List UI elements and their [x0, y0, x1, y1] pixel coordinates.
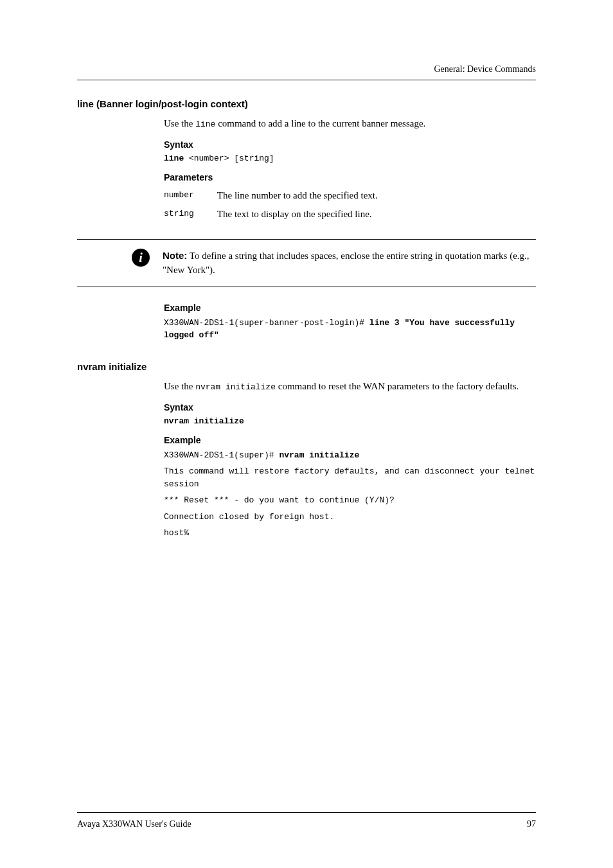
- header-divider: [77, 80, 536, 80]
- nvram-intro-post: command to reset the WAN parameters to t…: [276, 381, 519, 391]
- page-header-breadcrumb: General: Device Commands: [77, 64, 536, 75]
- note-text: Note: To define a string that includes s…: [163, 249, 536, 278]
- footer-divider: [77, 812, 536, 813]
- page-footer: Avaya X330WAN User's Guide 97: [77, 812, 536, 829]
- table-row: number The line number to add the specif…: [164, 186, 393, 205]
- line-example-label: Example: [164, 303, 536, 313]
- nvram-syntax-code: nvram initialize: [164, 416, 536, 426]
- param-desc: The line number to add the specified tex…: [217, 186, 393, 205]
- footer-left: Avaya X330WAN User's Guide: [77, 819, 191, 829]
- line-syntax-label: Syntax: [164, 139, 536, 150]
- page-number: 97: [527, 819, 536, 829]
- nvram-example-output-2: *** Reset *** - do you want to continue …: [164, 494, 536, 507]
- line-intro-post: command to add a line to the current ban…: [215, 118, 425, 128]
- note-body: To define a string that includes spaces,…: [163, 251, 529, 275]
- param-desc: The text to display on the specified lin…: [217, 205, 393, 224]
- nvram-example-output-3: Connection closed by foreign host.: [164, 511, 536, 524]
- param-name: number: [164, 186, 217, 205]
- info-icon: i: [132, 249, 150, 267]
- line-example-prompt: X330WAN-2DS1-1(super-banner-post-login)#: [164, 318, 369, 328]
- line-intro: Use the line command to add a line to th…: [164, 117, 536, 130]
- line-syntax-bold: line: [164, 154, 184, 163]
- nvram-example-label: Example: [164, 435, 536, 445]
- nvram-example-prompt: X330WAN-2DS1-1(super)#: [164, 450, 279, 460]
- nvram-syntax-label: Syntax: [164, 402, 536, 412]
- line-intro-cmd: line: [195, 120, 215, 129]
- nvram-intro-pre: Use the: [164, 381, 195, 391]
- nvram-example-line-1: X330WAN-2DS1-1(super)# nvram initialize: [164, 449, 536, 462]
- note-block: i Note: To define a string that includes…: [77, 239, 536, 287]
- section-title-line: line (Banner login/post-login context): [77, 98, 536, 109]
- section-title-nvram: nvram initialize: [77, 361, 536, 372]
- line-example-code: X330WAN-2DS1-1(super-banner-post-login)#…: [164, 317, 536, 342]
- nvram-example-cmd: nvram initialize: [279, 450, 359, 460]
- nvram-syntax-bold: nvram initialize: [164, 416, 244, 426]
- nvram-intro: Use the nvram initialize command to rese…: [164, 380, 536, 393]
- nvram-intro-cmd: nvram initialize: [195, 382, 276, 392]
- line-params-table: number The line number to add the specif…: [164, 186, 393, 224]
- line-syntax-code: line <number> [string]: [164, 154, 536, 163]
- line-params-label: Parameters: [164, 172, 536, 182]
- nvram-example-output-1: This command will restore factory defaul…: [164, 465, 536, 490]
- table-row: string The text to display on the specif…: [164, 205, 393, 224]
- line-syntax-rest: <number> [string]: [184, 154, 274, 163]
- param-name: string: [164, 205, 217, 224]
- nvram-example-output-4: host%: [164, 527, 536, 540]
- line-intro-pre: Use the: [164, 118, 195, 128]
- note-label: Note:: [163, 250, 187, 261]
